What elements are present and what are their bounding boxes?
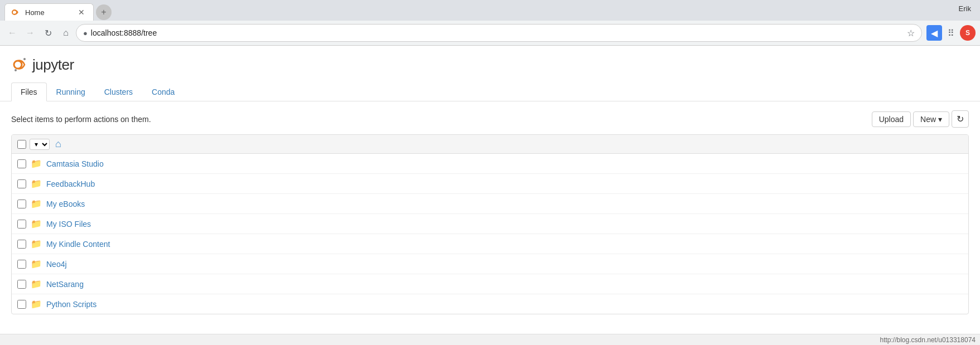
tab-title: Home — [25, 8, 72, 17]
list-item: 📁 My ISO Files — [12, 214, 968, 234]
extension-dots-button[interactable]: ⠿ — [943, 25, 959, 41]
tab-conda[interactable]: Conda — [142, 82, 184, 101]
file-link-5[interactable]: My Kindle Content — [46, 240, 110, 249]
file-checkbox-2[interactable] — [17, 179, 26, 188]
file-checkbox-8[interactable] — [17, 300, 26, 309]
address-bar-row: ← → ↻ ⌂ ● ☆ ◀ ⠿ S — [0, 21, 980, 45]
extension-blue-icon: ◀ — [931, 28, 938, 38]
home-breadcrumb-icon[interactable]: ⌂ — [55, 138, 61, 150]
home-nav-button[interactable]: ⌂ — [58, 25, 74, 41]
file-link-1[interactable]: Camtasia Studio — [46, 159, 104, 168]
select-all-checkbox[interactable] — [17, 140, 26, 149]
browser-toolbar-icons: ◀ ⠿ S — [926, 25, 976, 41]
folder-icon-6: 📁 — [31, 259, 42, 269]
list-item: 📁 Python Scripts — [12, 294, 968, 314]
folder-icon-2: 📁 — [31, 178, 42, 189]
svg-point-2 — [23, 58, 26, 60]
main-content: Select items to perform actions on them.… — [0, 101, 980, 323]
list-item: 📁 NetSarang — [12, 274, 968, 294]
file-checkbox-4[interactable] — [17, 220, 26, 229]
jupyter-header: jupyter Files Running Clusters Conda — [0, 46, 980, 101]
list-item: 📁 My eBooks — [12, 194, 968, 214]
file-link-8[interactable]: Python Scripts — [46, 300, 96, 309]
action-bar: Select items to perform actions on them.… — [11, 110, 969, 128]
refresh-button[interactable]: ↻ — [952, 110, 969, 128]
list-item: 📁 Neo4j — [12, 254, 968, 274]
browser-user: Erik — [959, 4, 971, 16]
jupyter-logo-icon — [11, 56, 29, 74]
file-list-header: ▾ ⌂ — [12, 135, 968, 154]
list-item: 📁 FeedbackHub — [12, 174, 968, 194]
back-button[interactable]: ← — [4, 25, 20, 41]
tab-bar: Home ✕ + Erik — [0, 0, 980, 21]
file-link-3[interactable]: My eBooks — [46, 200, 85, 208]
new-tab-button[interactable]: + — [96, 4, 112, 20]
tab-clusters[interactable]: Clusters — [95, 82, 142, 101]
file-link-4[interactable]: My ISO Files — [46, 220, 91, 229]
new-tab-icon: + — [101, 7, 106, 17]
extension-dots-icon: ⠿ — [948, 28, 954, 38]
jupyter-logo-text: jupyter — [32, 56, 74, 74]
reload-button[interactable]: ↻ — [40, 25, 56, 41]
forward-button[interactable]: → — [22, 25, 38, 41]
folder-icon-1: 📁 — [31, 158, 42, 169]
file-checkbox-6[interactable] — [17, 260, 26, 269]
tab-favicon — [12, 8, 21, 17]
new-button-label: New ▾ — [920, 115, 942, 124]
file-checkbox-5[interactable] — [17, 240, 26, 249]
folder-icon-3: 📁 — [31, 198, 42, 209]
tab-close-button[interactable]: ✕ — [76, 7, 86, 17]
page-content: jupyter Files Running Clusters Conda Sel… — [0, 46, 980, 324]
folder-icon-5: 📁 — [31, 239, 42, 249]
new-button[interactable]: New ▾ — [913, 111, 949, 127]
list-item: 📁 Camtasia Studio — [12, 154, 968, 174]
list-item: 📁 My Kindle Content — [12, 234, 968, 254]
file-checkbox-7[interactable] — [17, 280, 26, 289]
folder-icon-8: 📁 — [31, 299, 42, 309]
tab-files[interactable]: Files — [11, 82, 47, 101]
tab-running[interactable]: Running — [47, 82, 95, 101]
lock-icon: ● — [83, 29, 88, 37]
browser-chrome: Home ✕ + Erik ← → ↻ ⌂ ● ☆ ◀ ⠿ S — [0, 0, 980, 46]
file-list-container: ▾ ⌂ 📁 Camtasia Studio 📁 FeedbackHub 📁 My… — [11, 134, 969, 314]
extension-blue-button[interactable]: ◀ — [926, 25, 942, 41]
file-checkbox-3[interactable] — [17, 200, 26, 208]
bookmark-star-icon[interactable]: ☆ — [907, 28, 915, 38]
tab-bar-right: Erik — [959, 4, 976, 20]
sort-dropdown[interactable]: ▾ — [30, 139, 50, 150]
url-input[interactable] — [91, 28, 904, 37]
file-link-2[interactable]: FeedbackHub — [46, 179, 95, 188]
svg-point-3 — [15, 69, 17, 71]
folder-icon-4: 📁 — [31, 218, 42, 229]
action-bar-buttons: Upload New ▾ ↻ — [872, 110, 969, 128]
upload-button[interactable]: Upload — [872, 111, 911, 127]
select-message: Select items to perform actions on them. — [11, 115, 151, 124]
folder-icon-7: 📁 — [31, 279, 42, 289]
refresh-icon: ↻ — [957, 114, 964, 124]
file-checkbox-1[interactable] — [17, 159, 26, 168]
address-bar[interactable]: ● ☆ — [76, 24, 922, 42]
nav-tabs: Files Running Clusters Conda — [11, 82, 969, 101]
extension-red-button[interactable]: S — [960, 25, 976, 41]
active-tab[interactable]: Home ✕ — [4, 3, 94, 21]
file-link-7[interactable]: NetSarang — [46, 280, 84, 289]
extension-red-icon: S — [965, 29, 970, 37]
svg-point-1 — [14, 61, 22, 69]
jupyter-logo: jupyter — [11, 51, 969, 78]
file-link-6[interactable]: Neo4j — [46, 260, 67, 269]
